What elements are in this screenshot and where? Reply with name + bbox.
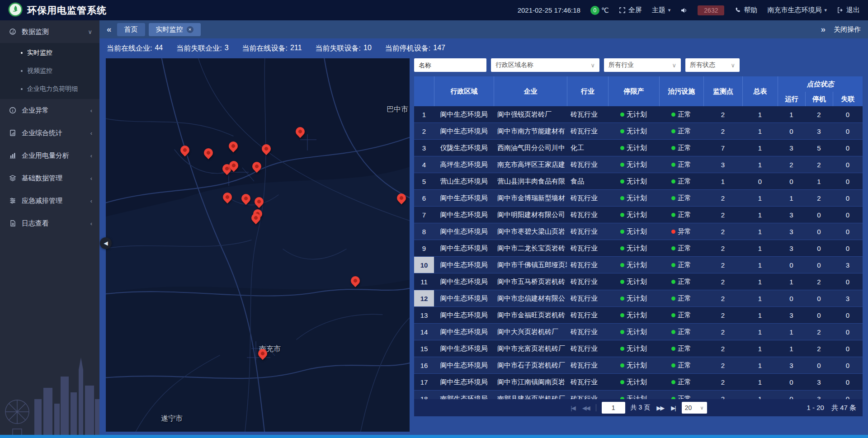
last-page-button[interactable]: ▶| <box>670 405 676 411</box>
map-city-label: 遂宁市 <box>161 414 183 424</box>
first-page-button[interactable]: |◀ <box>570 405 576 411</box>
cell-company: 阆中市五马桥页岩机砖 <box>494 273 567 290</box>
cell-stopped: 3 <box>805 374 833 390</box>
status-dot-icon <box>620 230 624 234</box>
map-roads-graphic <box>106 58 410 432</box>
cell-running: 3 <box>778 357 805 373</box>
org-dropdown[interactable]: 南充市生态环境局 ▾ <box>767 6 827 14</box>
name-search-input[interactable] <box>414 58 486 72</box>
cell-running: 3 <box>778 140 805 156</box>
table-row[interactable]: 13 阆中生态环境局 阆中市金福旺页岩机砖 砖瓦行业 无计划 正常 2 1 3 … <box>414 307 863 324</box>
table-row[interactable]: 7 阆中生态环境局 阆中明阳建材有限公司 砖瓦行业 无计划 正常 2 1 3 0… <box>414 207 863 223</box>
pager-divider <box>596 404 596 411</box>
sidebar-group-base-data[interactable]: 基础数据管理 ‹ <box>0 167 99 189</box>
close-operations-button[interactable]: 关闭操作 <box>834 25 861 34</box>
cell-stopped: 2 <box>805 340 833 357</box>
help-button[interactable]: 帮助 <box>734 6 757 14</box>
sidebar-item-video-monitor[interactable]: 视频监控 <box>0 62 99 80</box>
column-header-points: 监测点 <box>703 76 742 106</box>
fullscreen-button[interactable]: 全屏 <box>619 6 642 14</box>
cell-stopped: 0 <box>805 240 833 256</box>
cell-limit-status: 无计划 <box>608 340 659 357</box>
cell-industry: 砖瓦行业 <box>567 374 608 390</box>
table-row[interactable]: 3 仪陇生态环境局 西南油气田分公司川中 化工 无计划 正常 7 1 3 5 0 <box>414 140 863 156</box>
cell-facility-status: 正常 <box>659 257 703 273</box>
tab-home[interactable]: 首页 <box>117 23 145 36</box>
cell-monitor-points: 7 <box>703 140 742 156</box>
sidebar-group-power-analysis[interactable]: 企业用电量分析 ‹ <box>0 144 99 167</box>
logout-button[interactable]: 退出 <box>837 6 860 14</box>
cell-company: 阆中市江南镇阆南页岩 <box>494 374 567 390</box>
cell-facility-status: 正常 <box>659 123 703 139</box>
cell-stopped: 2 <box>805 190 833 206</box>
cell-running: 0 <box>778 173 805 189</box>
status-dot-icon <box>620 297 624 301</box>
cell-total-meters: 1 <box>742 391 778 399</box>
sidebar-group-emergency-reduction[interactable]: 应急减排管理 ‹ <box>0 189 99 212</box>
table-row[interactable]: 6 阆中生态环境局 阆中市金博瑞新型墙材 砖瓦行业 无计划 正常 2 1 1 2… <box>414 190 863 207</box>
chevron-left-icon: ‹ <box>90 152 92 159</box>
cell-running: 1 <box>778 106 805 122</box>
region-select[interactable]: 行政区域名称 ∨ <box>491 58 599 72</box>
main-area: « 首页 实时监控 × » 关闭操作 当前在线企业:44 当前失联企业:3 当前… <box>99 20 868 438</box>
table-row[interactable]: 12 阆中生态环境局 阆中市忠信建材有限公 砖瓦行业 无计划 正常 2 1 0 … <box>414 290 863 307</box>
row-index: 3 <box>414 140 434 156</box>
table-row[interactable]: 16 阆中生态环境局 阆中市石子页岩机砖厂 砖瓦行业 无计划 正常 2 1 3 … <box>414 357 863 374</box>
table-row[interactable]: 15 阆中生态环境局 阆中市光富页岩机砖厂 砖瓦行业 无计划 正常 2 1 1 … <box>414 340 863 357</box>
sidebar-item-realtime-monitor[interactable]: 实时监控 <box>0 44 99 62</box>
alert-count-badge[interactable]: 2632 <box>698 5 724 15</box>
sidebar-group-data-monitor[interactable]: 数据监测 ∨ <box>0 20 99 43</box>
cell-company: 阆中市千佛镇五郎垭页岩 <box>494 257 567 273</box>
cell-facility-status: 正常 <box>659 273 703 290</box>
app-logo-icon <box>8 2 23 19</box>
info-circle-icon <box>9 107 16 114</box>
table-row[interactable]: 5 营山生态环境局 营山县润丰肉食品有限 食品 无计划 正常 1 0 0 1 0 <box>414 173 863 190</box>
table-row[interactable]: 9 阆中生态环境局 阆中市二龙长宝页岩砖 砖瓦行业 无计划 正常 2 1 3 0… <box>414 240 863 257</box>
row-index: 14 <box>414 324 434 340</box>
cell-monitor-points: 2 <box>703 190 742 206</box>
cell-disconnected: 0 <box>833 340 863 357</box>
cell-company: 阆中市忠信建材有限公 <box>494 290 567 306</box>
sidebar-group-logs[interactable]: 日志查看 ‹ <box>0 212 99 235</box>
cell-total-meters: 0 <box>742 173 778 189</box>
sidebar-item-power-load-detail[interactable]: 企业电力负荷明细 <box>0 80 99 98</box>
status-select[interactable]: 所有状态 ∨ <box>685 58 740 72</box>
tabs-scroll-left-button[interactable]: « <box>105 24 113 34</box>
theme-dropdown[interactable]: 主题 ▾ <box>652 6 671 14</box>
cell-limit-status: 无计划 <box>608 223 659 240</box>
table-row[interactable]: 4 高坪生态环境局 南充市高坪区王家店建 砖瓦行业 无计划 正常 3 1 2 2… <box>414 156 863 173</box>
status-dot-icon <box>671 146 675 150</box>
industry-select[interactable]: 所有行业 ∨ <box>604 58 681 72</box>
table-row[interactable]: 11 阆中生态环境局 阆中市五马桥页岩机砖 砖瓦行业 无计划 正常 2 1 1 … <box>414 273 863 290</box>
map-panel[interactable]: 巴中市南充市遂宁市 ◀ <box>106 58 410 432</box>
table-row[interactable]: 18 南部生态环境局 南部县建兴页岩机砖厂 砖瓦行业 无计划 正常 2 1 0 … <box>414 391 863 399</box>
status-dot-icon <box>620 196 624 200</box>
table-row[interactable]: 14 阆中生态环境局 阆中大兴页岩机砖厂 砖瓦行业 无计划 正常 2 1 1 2… <box>414 324 863 340</box>
sound-button[interactable] <box>680 7 688 14</box>
stat-stopped-devices: 当前停机设备:147 <box>385 44 445 53</box>
page-number-input[interactable] <box>602 402 625 414</box>
tab-realtime-monitor[interactable]: 实时监控 × <box>149 23 201 36</box>
map-canvas[interactable]: 巴中市南充市遂宁市 <box>106 58 410 432</box>
table-row[interactable]: 2 阆中生态环境局 阆中市南方节能建材有 砖瓦行业 无计划 正常 2 1 0 3… <box>414 123 863 140</box>
cell-running: 0 <box>778 257 805 273</box>
cell-industry: 砖瓦行业 <box>567 240 608 256</box>
row-index: 12 <box>414 290 434 306</box>
status-dot-icon <box>620 330 624 334</box>
next-page-button[interactable]: ▶▶ <box>656 405 665 411</box>
sidebar-group-company-abnormal[interactable]: 企业异常 ‹ <box>0 99 99 122</box>
close-icon[interactable]: × <box>187 26 193 33</box>
total-pages-label: 共 3 页 <box>631 404 651 412</box>
tabs-scroll-right-button[interactable]: » <box>819 24 827 34</box>
cell-monitor-points: 3 <box>703 156 742 173</box>
page-size-select[interactable]: 20 ∨ <box>682 402 707 414</box>
table-row[interactable]: 8 阆中生态环境局 阆中市枣碧大梁山页岩 砖瓦行业 无计划 异常 2 1 3 0… <box>414 223 863 240</box>
temperature-indicator: 0 ℃ <box>590 6 609 15</box>
table-row[interactable]: 17 阆中生态环境局 阆中市江南镇阆南页岩 砖瓦行业 无计划 正常 2 1 0 … <box>414 374 863 391</box>
cell-company: 阆中市二龙长宝页岩砖 <box>494 240 567 256</box>
table-row[interactable]: 10 阆中生态环境局 阆中市千佛镇五郎垭页岩 砖瓦行业 无计划 正常 2 1 0… <box>414 257 863 273</box>
sidebar-group-company-stats[interactable]: 企业综合统计 ‹ <box>0 122 99 144</box>
cell-total-meters: 1 <box>742 307 778 323</box>
table-row[interactable]: 1 阆中生态环境局 阆中强锐页岩砖厂 砖瓦行业 无计划 正常 2 1 1 2 0 <box>414 106 863 123</box>
prev-page-button[interactable]: ◀◀ <box>581 405 590 411</box>
